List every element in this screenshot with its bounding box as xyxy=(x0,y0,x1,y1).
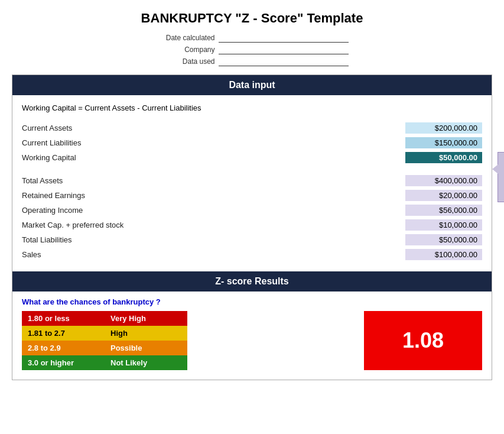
operating-income-label: Operating Income xyxy=(22,206,405,215)
risk-label-not-likely: Not Likely xyxy=(105,355,187,370)
risk-row-very-high: 1.80 or less Very High xyxy=(22,311,187,326)
total-assets-row: Total Assets $400,000.00 xyxy=(22,173,482,188)
market-cap-value[interactable]: $10,000.00 xyxy=(405,219,482,231)
data-used-field-row: Data used xyxy=(156,57,349,66)
wc-formula: Working Capital = Current Assets - Curre… xyxy=(22,103,482,112)
results-section: What are the chances of bankruptcy ? 1.8… xyxy=(12,292,492,380)
retained-earnings-label: Retained Earnings xyxy=(22,191,405,200)
date-input[interactable] xyxy=(219,33,349,43)
current-liabilities-value[interactable]: $150,000.00 xyxy=(405,137,482,148)
risk-row-not-likely: 3.0 or higher Not Likely xyxy=(22,355,187,370)
risk-row-high: 1.81 to 2.7 High xyxy=(22,326,187,341)
total-liabilities-row: Total Liabilities $50,000.00 xyxy=(22,232,482,247)
company-input[interactable] xyxy=(219,45,349,54)
market-cap-label: Market Cap. + preferred stock xyxy=(22,221,405,229)
z-score-display: 1.08 xyxy=(364,311,482,370)
bankruptcy-question: What are the chances of bankruptcy ? xyxy=(22,297,482,306)
company-field-row: Company xyxy=(156,45,349,54)
sales-label: Sales xyxy=(22,250,405,259)
retained-earnings-value[interactable]: $20,000.00 xyxy=(405,190,482,201)
results-header: Z- score Results xyxy=(12,271,492,292)
retained-earnings-row: Retained Earnings $20,000.00 xyxy=(22,188,482,203)
data-used-input[interactable] xyxy=(219,57,349,66)
current-liabilities-row: Current Liabilities $150,000.00 xyxy=(22,135,482,150)
risk-range-very-high: 1.80 or less xyxy=(22,311,105,326)
risk-row-possible: 2.8 to 2.9 Possible xyxy=(22,341,187,355)
operating-income-row: Operating Income $56,000.00 xyxy=(22,203,482,218)
date-field-row: Date calculated xyxy=(156,33,349,43)
market-cap-row: Market Cap. + preferred stock $10,000.00 xyxy=(22,218,482,232)
page-title: BANKRUPTCY "Z - Score" Template xyxy=(12,11,492,26)
risk-range-possible: 2.8 to 2.9 xyxy=(22,341,105,355)
risk-range-not-likely: 3.0 or higher xyxy=(22,355,105,370)
data-input-section: Working Capital = Current Assets - Curre… xyxy=(12,95,492,271)
header-fields: Date calculated Company Data used xyxy=(12,33,492,66)
total-assets-value[interactable]: $400,000.00 xyxy=(405,175,482,186)
data-rows-group2: Total Assets $400,000.00 Retained Earnin… xyxy=(22,173,482,262)
total-liabilities-value[interactable]: $50,000.00 xyxy=(405,234,482,245)
tooltip-box: Enter amount in the light background Col… xyxy=(498,152,504,202)
total-assets-label: Total Assets xyxy=(22,176,405,185)
risk-table: 1.80 or less Very High 1.81 to 2.7 High … xyxy=(22,311,187,370)
working-capital-value: $50,000.00 xyxy=(405,152,482,163)
data-rows-group1: Current Assets $200,000.00 Current Liabi… xyxy=(22,121,482,165)
risk-range-high: 1.81 to 2.7 xyxy=(22,326,105,341)
working-capital-row: Working Capital $50,000.00 xyxy=(22,150,482,165)
risk-label-possible: Possible xyxy=(105,341,187,355)
date-label: Date calculated xyxy=(156,34,215,42)
current-assets-value[interactable]: $200,000.00 xyxy=(405,122,482,134)
sales-value[interactable]: $100,000.00 xyxy=(405,249,482,260)
tooltip-pointer xyxy=(492,164,498,174)
working-capital-label: Working Capital xyxy=(22,153,405,162)
main-container: Data input Working Capital = Current Ass… xyxy=(12,75,492,380)
current-liabilities-label: Current Liabilities xyxy=(22,138,405,147)
current-assets-label: Current Assets xyxy=(22,124,405,132)
sales-row: Sales $100,000.00 xyxy=(22,247,482,262)
data-used-label: Data used xyxy=(156,57,215,66)
z-score-value: 1.08 xyxy=(402,328,444,353)
operating-income-value[interactable]: $56,000.00 xyxy=(405,205,482,216)
risk-label-very-high: Very High xyxy=(105,311,187,326)
current-assets-row: Current Assets $200,000.00 xyxy=(22,121,482,135)
total-liabilities-label: Total Liabilities xyxy=(22,235,405,244)
data-input-header: Data input xyxy=(12,75,492,95)
risk-label-high: High xyxy=(105,326,187,341)
company-label: Company xyxy=(156,46,215,54)
results-layout: 1.80 or less Very High 1.81 to 2.7 High … xyxy=(22,311,482,370)
